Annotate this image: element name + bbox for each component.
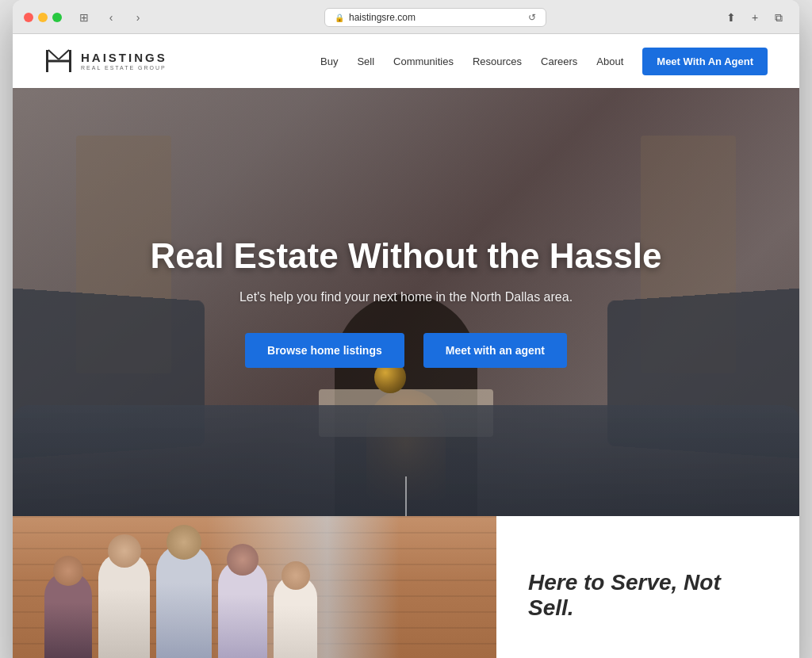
refresh-icon[interactable]: ↺ (528, 12, 536, 23)
url-text: haistingsre.com (349, 12, 416, 23)
browser-chrome: ⊞ ‹ › 🔒 haistingsre.com ↺ ⬆ + (13, 0, 799, 34)
share-button[interactable]: ⬆ (722, 8, 741, 27)
browse-listings-button[interactable]: Browse home listings (245, 333, 404, 368)
hero-subtitle: Let's help you find your next home in th… (150, 290, 661, 304)
plus-icon: + (752, 11, 758, 24)
website-content: HAISTINGS REAL ESTATE GROUP Buy Sell Com… (13, 34, 799, 658)
browser-window: ⊞ ‹ › 🔒 haistingsre.com ↺ ⬆ + (13, 0, 799, 658)
logo[interactable]: HAISTINGS REAL ESTATE GROUP (44, 47, 167, 75)
svg-rect-2 (46, 60, 71, 63)
share-icon: ⬆ (726, 11, 736, 24)
meet-agent-button[interactable]: Meet With An Agent (642, 48, 768, 75)
hero-buttons: Browse home listings Meet with an agent (150, 333, 661, 368)
nav-buy[interactable]: Buy (320, 55, 338, 67)
logo-sub: REAL ESTATE GROUP (81, 65, 167, 71)
team-member-2 (98, 552, 150, 658)
lock-icon: 🔒 (335, 13, 344, 22)
sidebar-icon: ⊞ (79, 11, 89, 24)
hero-section: Real Estate Without the Hassle Let's hel… (13, 88, 799, 516)
hero-content: Real Estate Without the Hassle Let's hel… (134, 220, 677, 384)
navbar: HAISTINGS REAL ESTATE GROUP Buy Sell Com… (13, 34, 799, 88)
nav-careers[interactable]: Careers (541, 55, 577, 67)
hero-title: Real Estate Without the Hassle (150, 236, 661, 277)
logo-text: HAISTINGS REAL ESTATE GROUP (81, 52, 167, 71)
team-member-1 (44, 572, 92, 658)
team-member-3 (156, 544, 212, 658)
close-button[interactable] (24, 13, 33, 22)
nav-sell[interactable]: Sell (357, 55, 374, 67)
team-member-4 (218, 560, 267, 658)
sidebar-toggle-button[interactable]: ⊞ (73, 10, 95, 25)
tabs-button[interactable]: ⧉ (769, 8, 788, 27)
minimize-button[interactable] (38, 13, 48, 22)
meet-agent-hero-button[interactable]: Meet with an agent (423, 333, 567, 368)
team-people (44, 544, 496, 658)
tagline-text: Here to Serve, Not Sell. (528, 570, 768, 621)
nav-resources[interactable]: Resources (473, 55, 522, 67)
new-tab-button[interactable]: + (745, 8, 764, 27)
scroll-indicator (405, 476, 407, 516)
browser-actions: ⬆ + ⧉ (722, 8, 788, 27)
below-fold-section: Here to Serve, Not Sell. (13, 516, 799, 658)
svg-line-4 (59, 50, 69, 59)
address-bar[interactable]: 🔒 haistingsre.com ↺ (324, 8, 546, 27)
logo-name: HAISTINGS (81, 52, 167, 63)
address-bar-wrapper: 🔒 haistingsre.com ↺ (157, 8, 714, 27)
svg-line-3 (48, 50, 59, 59)
team-member-5 (274, 576, 317, 658)
nav-communities[interactable]: Communities (393, 55, 454, 67)
team-image (13, 516, 496, 658)
tabs-icon: ⧉ (775, 11, 783, 25)
back-icon: ‹ (109, 11, 113, 24)
back-button[interactable]: ‹ (100, 10, 122, 25)
forward-button[interactable]: › (127, 10, 149, 25)
nav-about[interactable]: About (596, 55, 623, 67)
forward-icon: › (136, 11, 140, 24)
traffic-lights (24, 13, 62, 22)
browser-controls: ⊞ ‹ › (73, 10, 149, 25)
tagline-section: Here to Serve, Not Sell. (496, 516, 799, 658)
maximize-button[interactable] (52, 13, 62, 22)
logo-icon (44, 47, 73, 75)
nav-links: Buy Sell Communities Resources Careers A… (320, 48, 768, 75)
